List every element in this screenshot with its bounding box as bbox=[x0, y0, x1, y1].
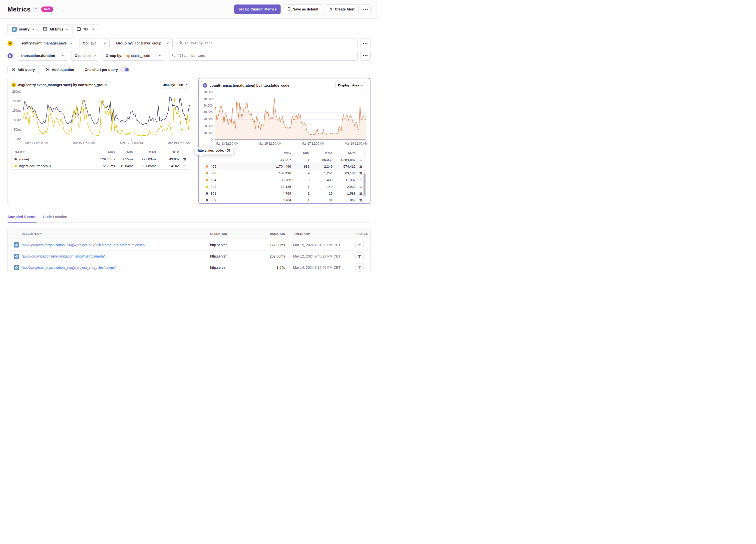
display-select-b[interactable]: Display: Area bbox=[335, 82, 366, 89]
x-tick-label: Mar 19 12:00 AM bbox=[345, 142, 368, 145]
query-badge-b: b bbox=[7, 53, 13, 58]
series-sum: 1,588 bbox=[333, 192, 356, 195]
series-color-dot bbox=[206, 192, 208, 195]
series-avg: 187.496 bbox=[267, 171, 291, 175]
op-select-b[interactable]: Op: count bbox=[71, 51, 99, 61]
series-avg: 72.23ms bbox=[91, 164, 115, 168]
search-icon bbox=[179, 41, 183, 46]
summary-row[interactable]: 50433.789940311,387 bbox=[203, 177, 366, 183]
profile-button[interactable] bbox=[356, 241, 364, 249]
series-color-dot bbox=[206, 172, 208, 174]
series-avg: 33.789 bbox=[267, 178, 291, 182]
tag-filter-input-a[interactable] bbox=[185, 41, 354, 45]
series-max: 80,032 bbox=[310, 158, 333, 162]
y-tick-label: 250ms bbox=[12, 90, 21, 93]
metric-select-b[interactable]: transaction.duration bbox=[18, 51, 68, 61]
tag-filter-input-b[interactable] bbox=[178, 54, 354, 58]
series-color-dot bbox=[14, 165, 17, 167]
groupby-select-b[interactable]: Group by: http.status_code bbox=[102, 51, 165, 61]
create-alert-button[interactable]: Create Alert bbox=[325, 4, 359, 14]
chevron-down-icon bbox=[103, 42, 106, 45]
help-icon[interactable]: ? bbox=[33, 7, 38, 12]
metric-select-a[interactable]: sentry.event_manager.save bbox=[18, 38, 76, 48]
summary-row[interactable]: 5026.904134863 bbox=[203, 197, 366, 204]
profile-button[interactable] bbox=[356, 252, 364, 260]
groupby-select-a[interactable]: Group by: consumer_group bbox=[113, 38, 173, 48]
summary-row[interactable]: 3,723.7180,0321,254,887 bbox=[203, 156, 366, 163]
event-duration: 122.00ms bbox=[245, 243, 285, 247]
series-avg: 1,704.496 bbox=[267, 165, 291, 168]
query-more-button-b[interactable]: ••• bbox=[361, 51, 371, 61]
query-badge-a: a bbox=[7, 41, 13, 46]
summary-row[interactable]: 42218.13611492,938 bbox=[203, 183, 366, 190]
profile-button[interactable] bbox=[356, 264, 364, 272]
project-selector[interactable]: sentry bbox=[8, 24, 39, 34]
chevron-down-icon bbox=[32, 28, 35, 31]
y-tick-label: 200ms bbox=[12, 99, 21, 103]
event-description-link[interactable]: /api/0/projects/{organization_slug}/{pro… bbox=[22, 266, 210, 270]
series-min: 886 bbox=[291, 165, 310, 168]
sampled-events-table: DESCRIPTION OPERATION DURATION TIMESTAMP… bbox=[7, 228, 371, 272]
chevron-down-icon bbox=[166, 42, 169, 45]
series-min: 15.84ms bbox=[115, 164, 133, 168]
series-name: 405 bbox=[211, 165, 216, 168]
series-actions-icon[interactable] bbox=[179, 158, 190, 161]
tab-sampled-events[interactable]: Sampled Events bbox=[7, 215, 36, 222]
environment-selector[interactable]: All Envs bbox=[39, 24, 72, 34]
event-description-link[interactable]: /api/0/organizations/{organization_slug}… bbox=[22, 254, 210, 258]
chevron-down-icon bbox=[361, 84, 363, 87]
charts-row: a avg(sentry.event_manager.save) by cons… bbox=[7, 78, 371, 205]
series-min: 1 bbox=[291, 198, 310, 202]
series-name: 500 bbox=[211, 171, 216, 175]
setup-custom-metrics-button[interactable]: Set Up Custom Metrics bbox=[234, 4, 281, 14]
series-name: 301 bbox=[211, 192, 216, 195]
summary-row[interactable]: (none)129.46ms69.55ms227.03ms43.63s bbox=[11, 156, 190, 163]
top-bar: Metrics ? beta Set Up Custom Metrics Sav… bbox=[0, 0, 378, 19]
y-axis: 70,00060,00050,00040,00030,00020,00010,0… bbox=[202, 92, 215, 140]
page-more-button[interactable]: ••• bbox=[361, 4, 371, 14]
tab-code-location[interactable]: Code Location bbox=[43, 215, 67, 222]
y-tick-label: 50ms bbox=[14, 128, 21, 131]
display-select-a[interactable]: Display: Line bbox=[160, 81, 190, 88]
area-chart[interactable]: 70,00060,00050,00040,00030,00020,00010,0… bbox=[202, 92, 366, 146]
chevron-down-icon bbox=[70, 42, 73, 45]
calendar-icon bbox=[77, 27, 81, 32]
event-operation: http.server bbox=[210, 243, 245, 247]
series-max: 29 bbox=[310, 192, 333, 195]
event-row: /api/0/projects/{organization_slug}/{pro… bbox=[8, 262, 370, 272]
series-actions-icon[interactable] bbox=[179, 164, 190, 168]
series-min: 1 bbox=[291, 158, 310, 162]
series-avg: 18.136 bbox=[267, 185, 291, 189]
series-sum: 63,186 bbox=[333, 171, 356, 175]
plus-circle-icon bbox=[46, 67, 50, 72]
event-description-link[interactable]: /api/0/projects/{organization_slug}/{pro… bbox=[22, 243, 210, 247]
one-chart-per-query-toggle[interactable] bbox=[120, 67, 129, 72]
add-query-button[interactable]: Add query bbox=[7, 65, 39, 74]
event-row: /api/0/organizations/{organization_slug}… bbox=[8, 251, 370, 262]
summary-row[interactable]: 3014.7691291,588 bbox=[203, 190, 366, 197]
line-chart[interactable]: 250ms200ms150ms100ms50ms0ms Mar 13 12:00… bbox=[10, 92, 190, 146]
x-tick-label: Mar 13 12:00 AM bbox=[25, 141, 48, 145]
op-select-a[interactable]: Op: avg bbox=[79, 38, 110, 48]
tag-filter-a[interactable] bbox=[176, 38, 358, 48]
x-axis: Mar 13 12:00 AMMar 15 12:00 AMMar 17 12:… bbox=[23, 139, 190, 146]
siren-icon bbox=[329, 7, 333, 12]
save-as-default-button[interactable]: Save as default bbox=[283, 4, 322, 14]
summary-row[interactable]: 500187.49691,25463,186 bbox=[203, 170, 366, 177]
scrollbar-track[interactable] bbox=[363, 149, 366, 203]
y-tick-label: 40,000 bbox=[203, 111, 213, 114]
series-sum: 24.34s bbox=[156, 164, 179, 168]
summary-row[interactable]: ingest-occurrences-072.23ms15.84ms231.85… bbox=[11, 163, 190, 169]
details-tabs: Sampled Events Code Location bbox=[7, 215, 371, 223]
chart-panel-a: a avg(sentry.event_manager.save) by cons… bbox=[7, 78, 194, 205]
x-tick-label: Mar 19 12:00 AM bbox=[168, 141, 190, 145]
query-more-button-a[interactable]: ••• bbox=[361, 38, 371, 48]
events-table-header: DESCRIPTION OPERATION DURATION TIMESTAMP… bbox=[8, 228, 370, 239]
add-equation-button[interactable]: Add equation bbox=[42, 65, 78, 74]
scrollbar-thumb[interactable] bbox=[364, 173, 366, 196]
tag-filter-b[interactable] bbox=[168, 51, 358, 61]
date-range-selector[interactable]: 7D bbox=[72, 24, 99, 34]
chevron-down-icon bbox=[92, 28, 95, 31]
summary-row[interactable]: 4051,704.4968862,249574,415 bbox=[203, 163, 366, 170]
series-max: 227.03ms bbox=[133, 157, 156, 161]
